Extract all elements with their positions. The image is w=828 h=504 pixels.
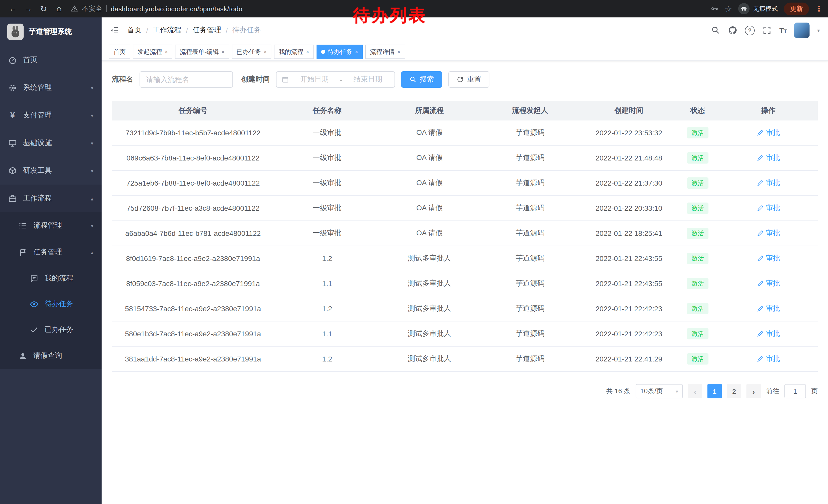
fullscreen-icon[interactable] — [762, 26, 772, 35]
approve-link[interactable]: 审批 — [756, 203, 780, 213]
avatar-caret-icon[interactable]: ▾ — [817, 28, 820, 33]
edit-icon — [756, 330, 763, 337]
status-badge: 激活 — [687, 303, 708, 314]
sidebar-item-payment[interactable]: ¥ 支付管理 ▾ — [0, 101, 101, 129]
tab-close-icon[interactable]: × — [165, 49, 168, 55]
sidebar-item-task-mgmt[interactable]: 任务管理 ▴ — [0, 239, 101, 266]
approve-link[interactable]: 审批 — [756, 178, 780, 188]
cell-task-id: 580e1b3d-7ac8-11ec-a9e2-a2380e71991a — [112, 321, 274, 346]
approve-link[interactable]: 审批 — [756, 354, 780, 364]
search-icon[interactable] — [711, 26, 720, 35]
tab-已办任务[interactable]: 已办任务× — [232, 45, 272, 59]
approve-link[interactable]: 审批 — [756, 329, 780, 338]
approve-link-label: 审批 — [766, 153, 780, 163]
pagination-total: 共 16 条 — [606, 386, 630, 396]
cell-initiator: 芋道源码 — [479, 146, 581, 170]
table-row: 069c6a63-7b8a-11ec-8ef0-acde48001122一级审批… — [112, 146, 818, 171]
table-row: 8f0d1619-7ac8-11ec-a9e2-a2380e71991a1.2测… — [112, 246, 818, 271]
sidebar-item-done-tasks[interactable]: 已办任务 — [0, 317, 101, 342]
reload-icon[interactable]: ↻ — [36, 2, 51, 16]
list-icon — [18, 221, 27, 230]
sidebar-item-dev-tools[interactable]: 研发工具 ▾ — [0, 157, 101, 185]
forward-icon[interactable]: → — [20, 2, 36, 16]
avatar[interactable] — [794, 22, 810, 38]
tab-close-icon[interactable]: × — [306, 49, 309, 55]
tab-流程详情[interactable]: 流程详情× — [365, 45, 405, 59]
column-header-created: 创建时间 — [581, 101, 677, 121]
edit-icon — [756, 280, 763, 287]
sidebar-item-home[interactable]: 首页 — [0, 46, 101, 74]
app-title: 芋道管理系统 — [29, 27, 72, 36]
status-badge: 激活 — [687, 177, 708, 189]
github-icon[interactable] — [728, 26, 737, 35]
approve-link[interactable]: 审批 — [756, 254, 780, 263]
tab-label: 待办任务 — [328, 47, 353, 56]
tab-我的流程[interactable]: 我的流程× — [274, 45, 314, 59]
key-icon[interactable] — [710, 5, 718, 13]
cell-task-name: 一级审批 — [274, 171, 380, 195]
sidebar-item-my-process[interactable]: 我的流程 — [0, 266, 101, 291]
chevron-up-icon: ▴ — [91, 249, 93, 255]
bookmark-star-icon[interactable]: ☆ — [724, 2, 732, 16]
process-name-input[interactable] — [139, 71, 233, 88]
sidebar-item-leave-query[interactable]: 请假查询 — [0, 342, 101, 369]
sidebar-item-process-mgmt[interactable]: 流程管理 ▾ — [0, 212, 101, 239]
refresh-icon — [457, 76, 464, 83]
tab-发起流程[interactable]: 发起流程× — [133, 45, 173, 59]
date-range-picker[interactable]: 开始日期 - 结束日期 — [276, 71, 395, 88]
tab-close-icon[interactable]: × — [264, 49, 267, 55]
approve-link[interactable]: 审批 — [756, 153, 780, 163]
chrome-menu-icon[interactable]: ⋮ — [815, 4, 823, 13]
tabs-bar: 首页发起流程×流程表单-编辑×已办任务×我的流程×待办任务×流程详情× — [101, 43, 828, 61]
chrome-toolbar: ☆ 无痕模式 更新 ⋮ — [710, 2, 823, 16]
cell-task-id: 725a1eb6-7b88-11ec-8ef0-acde48001122 — [112, 171, 274, 195]
pagination-prev-button[interactable]: ‹ — [688, 384, 702, 398]
dashboard-icon — [8, 56, 17, 64]
eye-icon — [30, 300, 38, 308]
approve-link[interactable]: 审批 — [756, 229, 780, 238]
page-size-select[interactable]: 10条/页 ▾ — [636, 384, 683, 398]
warning-icon — [71, 5, 78, 12]
cell-created: 2022-01-22 18:25:41 — [581, 221, 677, 245]
approve-link[interactable]: 审批 — [756, 304, 780, 313]
sidebar-item-label: 首页 — [23, 55, 37, 64]
top-navbar: 首页 / 工作流程 / 任务管理 / 待办任务 ? TT ▾ — [101, 17, 828, 43]
tab-close-icon[interactable]: × — [355, 49, 358, 55]
help-icon[interactable]: ? — [745, 26, 755, 35]
sidebar-item-system[interactable]: 系统管理 ▾ — [0, 74, 101, 101]
sidebar-item-workflow[interactable]: 工作流程 ▴ — [0, 185, 101, 212]
tab-close-icon[interactable]: × — [397, 49, 401, 55]
sidebar-fold-icon[interactable] — [110, 26, 119, 35]
tab-close-icon[interactable]: × — [221, 49, 225, 55]
back-icon[interactable]: ← — [5, 2, 20, 16]
breadcrumb-workflow[interactable]: 工作流程 — [153, 26, 181, 35]
pagination-page-2[interactable]: 2 — [727, 384, 741, 398]
tab-流程表单-编辑[interactable]: 流程表单-编辑× — [175, 45, 229, 59]
update-button[interactable]: 更新 — [784, 2, 809, 15]
tab-首页[interactable]: 首页 — [109, 45, 130, 59]
browser-chrome: ← → ↻ ⌂ 不安全 dashboard.yudao.iocoder.cn/b… — [0, 0, 828, 17]
cell-initiator: 芋道源码 — [479, 246, 581, 271]
breadcrumb-separator: / — [146, 27, 148, 34]
search-button[interactable]: 搜索 — [401, 71, 442, 88]
status-badge: 激活 — [687, 278, 708, 289]
sidebar-item-infra[interactable]: 基础设施 ▾ — [0, 129, 101, 157]
cell-task-name: 1.2 — [274, 246, 380, 271]
pagination-goto-input[interactable] — [784, 384, 806, 398]
approve-link[interactable]: 审批 — [756, 128, 780, 137]
status-badge: 激活 — [687, 127, 708, 138]
font-size-icon[interactable]: TT — [779, 26, 786, 35]
home-icon[interactable]: ⌂ — [51, 2, 67, 16]
approve-link[interactable]: 审批 — [756, 279, 780, 288]
sidebar-item-todo-tasks[interactable]: 待办任务 — [0, 291, 101, 317]
sidebar-item-label: 请假查询 — [33, 351, 62, 360]
breadcrumb-home[interactable]: 首页 — [127, 26, 141, 35]
tab-待办任务[interactable]: 待办任务× — [317, 45, 363, 59]
reset-button[interactable]: 重置 — [448, 71, 489, 88]
pagination-page-1[interactable]: 1 — [707, 384, 722, 398]
pagination-next-button[interactable]: › — [746, 384, 761, 398]
cell-process: OA 请假 — [380, 196, 479, 221]
table-body: 73211d9d-7b9b-11ec-b5b7-acde48001122一级审批… — [112, 121, 818, 372]
cell-task-id: a6aba0a4-7b6d-11ec-b781-acde48001122 — [112, 221, 274, 245]
breadcrumb-task-mgmt[interactable]: 任务管理 — [193, 26, 221, 35]
